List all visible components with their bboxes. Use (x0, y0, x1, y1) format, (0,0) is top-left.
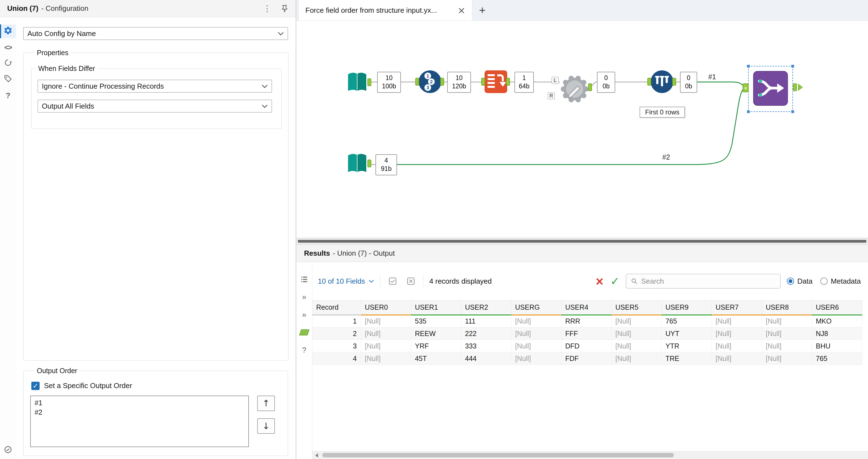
output-anchor[interactable] (367, 159, 371, 167)
column-header-user5[interactable]: USER5 (611, 301, 661, 315)
selection-handle[interactable] (791, 65, 794, 68)
connection-data-icon[interactable] (298, 327, 310, 338)
differ-mode-dropdown[interactable]: Ignore - Continue Processing Records (38, 80, 272, 93)
data-cell[interactable]: [Null] (712, 353, 762, 365)
move-down-button[interactable]: ↓ (257, 418, 275, 434)
sample-tool[interactable] (650, 69, 675, 94)
record-cell[interactable]: 3 (312, 340, 361, 353)
data-cell[interactable]: DFD (561, 340, 611, 353)
sample-annotation[interactable]: First 0 rows (640, 106, 685, 118)
data-cell[interactable]: [Null] (611, 328, 661, 340)
data-cell[interactable]: 333 (461, 340, 511, 353)
data-cell[interactable]: 765 (812, 353, 862, 365)
panel-splitter[interactable] (296, 238, 868, 245)
data-cell[interactable]: FFF (561, 328, 611, 340)
menu-dots-icon[interactable]: ⋮ (263, 4, 271, 13)
data-cell[interactable]: [Null] (762, 328, 812, 340)
errors-filter-button[interactable]: × (595, 276, 604, 287)
data-cell[interactable]: TRE (661, 353, 712, 365)
data-radio[interactable]: Data (787, 277, 813, 285)
input-data-tool-1[interactable] (345, 70, 370, 95)
pin-icon[interactable] (281, 5, 288, 12)
input-anchor[interactable] (647, 78, 651, 86)
annotation-tab[interactable]: <> (0, 40, 16, 54)
data-cell[interactable]: YTR (661, 340, 712, 353)
input-anchor[interactable] (481, 78, 485, 86)
metadata-radio[interactable]: Metadata (820, 277, 861, 285)
data-cell[interactable]: [Null] (611, 340, 661, 353)
auto-config-dropdown[interactable]: Auto Config by Name (23, 27, 288, 40)
tab-close-icon[interactable]: × (458, 5, 466, 15)
search-box[interactable] (626, 274, 781, 288)
union-tool[interactable] (752, 69, 789, 107)
column-header-user8[interactable]: USER8 (762, 301, 812, 315)
cell-viewer-button[interactable] (386, 275, 399, 287)
splitter-handle[interactable] (298, 240, 866, 243)
column-header-record[interactable]: Record (312, 301, 361, 315)
data-cell[interactable]: 444 (461, 353, 511, 365)
input-anchor[interactable] (415, 78, 419, 86)
data-cell[interactable]: [Null] (511, 328, 561, 340)
data-cell[interactable]: [Null] (361, 328, 411, 340)
tag-tab[interactable] (0, 72, 16, 86)
help-tab[interactable]: ? (0, 89, 16, 102)
join-tool[interactable] (559, 73, 590, 105)
horizontal-scrollbar[interactable] (312, 451, 868, 459)
order-item[interactable]: #2 (35, 408, 245, 417)
column-header-user9[interactable]: USER9 (661, 301, 712, 315)
data-cell[interactable]: [Null] (361, 315, 411, 328)
data-cell[interactable]: YRF (411, 340, 461, 353)
column-header-user6[interactable]: USER6 (812, 301, 862, 315)
data-cell[interactable]: [Null] (712, 328, 762, 340)
data-cell[interactable]: [Null] (611, 315, 661, 328)
output-anchor[interactable] (367, 79, 371, 86)
scroll-left-arrow[interactable] (315, 453, 318, 458)
data-cell[interactable]: 765 (661, 315, 712, 328)
expand-panel-icon[interactable]: » (298, 292, 310, 303)
record-id-tool[interactable]: 1 2 3 (417, 69, 442, 94)
data-cell[interactable]: [Null] (762, 315, 812, 328)
selection-handle[interactable] (747, 65, 750, 68)
record-cell[interactable]: 2 (312, 328, 361, 340)
data-cell[interactable]: [Null] (361, 353, 411, 365)
record-cell[interactable]: 4 (312, 353, 361, 365)
fields-dropdown[interactable]: 10 of 10 Fields (318, 277, 374, 285)
output-anchor[interactable] (672, 78, 676, 86)
union-input-anchor[interactable]: » (743, 83, 749, 92)
data-cell[interactable]: RRR (561, 315, 611, 328)
table-row[interactable]: 4[Null]45T444[Null]FDF[Null]TRE[Null][Nu… (312, 353, 862, 365)
data-cell[interactable]: NJ8 (812, 328, 862, 340)
selection-handle[interactable] (747, 110, 750, 113)
data-cell[interactable]: [Null] (762, 353, 812, 365)
column-header-user4[interactable]: USER4 (561, 301, 611, 315)
set-output-order-row[interactable]: ✓ Set a Specific Output Order (31, 381, 288, 390)
arrange-tool[interactable] (484, 69, 508, 94)
data-cell[interactable]: [Null] (361, 340, 411, 353)
column-header-user2[interactable]: USER2 (461, 301, 511, 315)
data-cell[interactable]: [Null] (511, 315, 561, 328)
union-output-anchor[interactable] (793, 83, 797, 91)
search-input[interactable] (641, 277, 776, 285)
data-cell[interactable]: 535 (411, 315, 461, 328)
output-anchor[interactable] (440, 78, 444, 86)
scrollbar-thumb[interactable] (322, 453, 674, 457)
new-tab-button[interactable]: + (472, 0, 492, 21)
data-cell[interactable]: [Null] (611, 353, 661, 365)
output-anchor[interactable] (588, 83, 592, 91)
data-cell[interactable]: [Null] (762, 340, 812, 353)
column-header-user7[interactable]: USER7 (712, 301, 762, 315)
output-order-list[interactable]: #1#2 (30, 396, 249, 447)
data-cell[interactable]: UYT (661, 328, 712, 340)
success-filter-button[interactable]: ✓ (610, 276, 620, 287)
data-cell[interactable]: BHU (812, 340, 862, 353)
data-cell[interactable]: MKO (812, 315, 862, 328)
table-row[interactable]: 1[Null]535111[Null]RRR[Null]765[Null][Nu… (312, 315, 862, 328)
configuration-tab[interactable] (0, 24, 16, 38)
workflow-canvas[interactable]: 10 100b 1 2 3 10 120b (296, 21, 868, 238)
results-grid[interactable]: RecordUSER0USER1USER2USERGUSER4USER5USER… (312, 300, 868, 451)
column-header-user1[interactable]: USER1 (411, 301, 461, 315)
close-cell-viewer-button[interactable] (405, 275, 417, 287)
output-anchor[interactable] (506, 78, 510, 86)
refresh-tab[interactable] (0, 57, 16, 70)
workflow-tab[interactable]: Force field order from structure input.y… (299, 0, 472, 21)
